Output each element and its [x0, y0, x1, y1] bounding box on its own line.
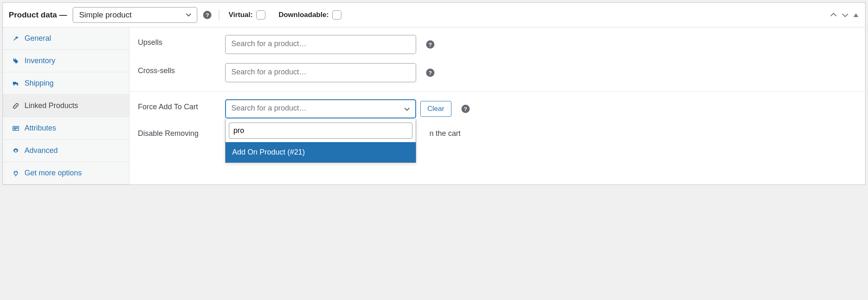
virtual-label: Virtual:	[228, 11, 253, 19]
disable-removing-label: Disable Removing	[138, 126, 225, 138]
sidebar-item-label: Linked Products	[25, 101, 78, 110]
collapse-triangle-icon[interactable]	[853, 12, 859, 18]
sidebar-item-label: Attributes	[25, 124, 56, 133]
downloadable-checkbox[interactable]	[332, 10, 341, 20]
sidebar-item-label: Inventory	[25, 57, 55, 65]
virtual-checkbox[interactable]	[256, 10, 265, 20]
chevron-down-icon	[185, 12, 192, 18]
cross-sells-label: Cross-sells	[138, 63, 225, 75]
force-add-field-wrap: Search for a product… Add On Product (#2…	[225, 99, 416, 118]
force-add-search-input[interactable]	[229, 123, 412, 139]
sidebar: GeneralInventoryShippingLinked ProductsA…	[3, 27, 130, 184]
upsells-input[interactable]: Search for a product…	[225, 35, 416, 54]
downloadable-checkbox-group: Downloadable:	[279, 10, 341, 20]
cross-sells-input[interactable]: Search for a product…	[225, 63, 416, 82]
panel-controls	[829, 11, 859, 19]
gear-icon	[12, 148, 20, 154]
sidebar-item-getmore[interactable]: Get more options	[3, 162, 129, 184]
disable-removing-trailing-text: n the cart	[429, 126, 461, 138]
plug-icon	[12, 170, 20, 177]
sidebar-item-inventory[interactable]: Inventory	[3, 50, 129, 72]
sidebar-item-advanced[interactable]: Advanced	[3, 140, 129, 162]
virtual-checkbox-group: Virtual:	[228, 10, 265, 20]
content: Upsells Search for a product… ? Cross-se…	[130, 27, 865, 184]
force-add-row: Force Add To Cart Search for a product… …	[138, 99, 857, 118]
sidebar-item-general[interactable]: General	[3, 27, 129, 50]
force-add-placeholder: Search for a product…	[231, 104, 306, 112]
downloadable-label: Downloadable:	[279, 11, 329, 19]
force-add-result-option[interactable]: Add On Product (#21)	[226, 142, 416, 162]
list-icon	[12, 125, 20, 132]
divider	[130, 91, 865, 92]
sidebar-item-shipping[interactable]: Shipping	[3, 72, 129, 95]
help-icon[interactable]: ?	[426, 69, 434, 77]
force-add-select[interactable]: Search for a product…	[225, 99, 416, 118]
truck-icon	[12, 80, 20, 87]
cross-sells-placeholder: Search for a product…	[231, 68, 306, 76]
cross-sells-row: Cross-sells Search for a product… ?	[138, 63, 857, 82]
chevron-down-icon	[404, 106, 410, 113]
product-type-value: Simple product	[79, 10, 132, 19]
help-icon[interactable]: ?	[461, 105, 470, 113]
sidebar-item-label: Get more options	[25, 169, 82, 177]
clear-button[interactable]: Clear	[420, 101, 451, 117]
product-data-panel: Product data — Simple product ? Virtual:…	[2, 2, 866, 185]
help-icon[interactable]: ?	[426, 40, 434, 49]
sidebar-item-attributes[interactable]: Attributes	[3, 117, 129, 140]
chevron-down-icon[interactable]	[841, 11, 849, 19]
panel-header: Product data — Simple product ? Virtual:…	[3, 3, 865, 27]
link-icon	[12, 103, 20, 109]
upsells-label: Upsells	[138, 35, 225, 47]
help-icon[interactable]: ?	[203, 11, 211, 19]
upsells-row: Upsells Search for a product… ?	[138, 35, 857, 54]
product-type-select[interactable]: Simple product	[73, 7, 197, 23]
panel-body: GeneralInventoryShippingLinked ProductsA…	[3, 27, 865, 184]
sidebar-item-label: Advanced	[25, 146, 58, 155]
sidebar-item-label: General	[25, 34, 51, 43]
force-add-dropdown: Add On Product (#21)	[225, 119, 416, 163]
tag-icon	[12, 58, 20, 64]
upsells-placeholder: Search for a product…	[231, 39, 306, 48]
panel-title: Product data —	[9, 10, 67, 20]
wrench-icon	[12, 35, 20, 42]
separator	[219, 10, 219, 20]
sidebar-item-label: Shipping	[25, 79, 54, 88]
chevron-up-icon[interactable]	[829, 11, 838, 19]
force-add-label: Force Add To Cart	[138, 99, 225, 111]
sidebar-item-linked[interactable]: Linked Products	[3, 95, 129, 117]
